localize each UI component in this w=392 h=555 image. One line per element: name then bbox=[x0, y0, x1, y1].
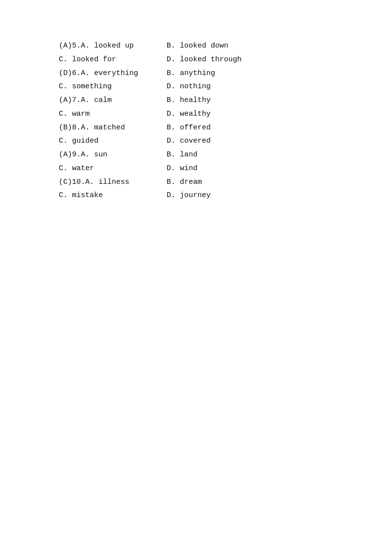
option-c-q5: C. looked for bbox=[59, 53, 167, 67]
question-row-q5-2: C. looked forD. looked through bbox=[59, 53, 392, 67]
option-a-q5: (A)5.A. looked up bbox=[59, 39, 167, 53]
option-b-q8: B. offered bbox=[167, 121, 274, 135]
option-b-q6: B. anything bbox=[167, 67, 274, 80]
question-row-q6-2: C. somethingD. nothing bbox=[59, 80, 392, 94]
option-b-q9: B. land bbox=[167, 148, 274, 162]
question-row-q5-1: (A)5.A. looked upB. looked down bbox=[59, 39, 392, 53]
question-row-q10-2: C. mistakeD. journey bbox=[59, 189, 392, 202]
option-d-q7: D. wealthy bbox=[167, 107, 274, 121]
option-a-q10: (C)10.A. illness bbox=[59, 176, 167, 189]
option-c-q10: C. mistake bbox=[59, 189, 167, 202]
question-row-q7-1: (A)7.A. calmB. healthy bbox=[59, 94, 392, 107]
question-row-q9-2: C. waterD. wind bbox=[59, 162, 392, 176]
option-c-q6: C. something bbox=[59, 80, 167, 94]
question-row-q10-1: (C)10.A. illnessB. dream bbox=[59, 176, 392, 189]
option-a-q8: (B)8.A. matched bbox=[59, 121, 167, 135]
question-row-q7-2: C. warmD. wealthy bbox=[59, 107, 392, 121]
question-row-q9-1: (A)9.A. sunB. land bbox=[59, 148, 392, 162]
option-d-q5: D. looked through bbox=[167, 53, 274, 67]
option-a-q6: (D)6.A. everything bbox=[59, 67, 167, 80]
option-d-q6: D. nothing bbox=[167, 80, 274, 94]
option-d-q10: D. journey bbox=[167, 189, 274, 202]
question-row-q8-2: C. guidedD. covered bbox=[59, 134, 392, 148]
option-b-q5: B. looked down bbox=[167, 39, 274, 53]
question-row-q8-1: (B)8.A. matchedB. offered bbox=[59, 121, 392, 135]
option-d-q8: D. covered bbox=[167, 134, 274, 148]
option-c-q8: C. guided bbox=[59, 134, 167, 148]
option-c-q7: C. warm bbox=[59, 107, 167, 121]
option-d-q9: D. wind bbox=[167, 162, 274, 176]
question-row-q6-1: (D)6.A. everythingB. anything bbox=[59, 67, 392, 80]
main-content: (A)5.A. looked upB. looked downC. looked… bbox=[0, 0, 392, 202]
option-a-q9: (A)9.A. sun bbox=[59, 148, 167, 162]
option-c-q9: C. water bbox=[59, 162, 167, 176]
option-b-q7: B. healthy bbox=[167, 94, 274, 107]
option-b-q10: B. dream bbox=[167, 176, 274, 189]
option-a-q7: (A)7.A. calm bbox=[59, 94, 167, 107]
